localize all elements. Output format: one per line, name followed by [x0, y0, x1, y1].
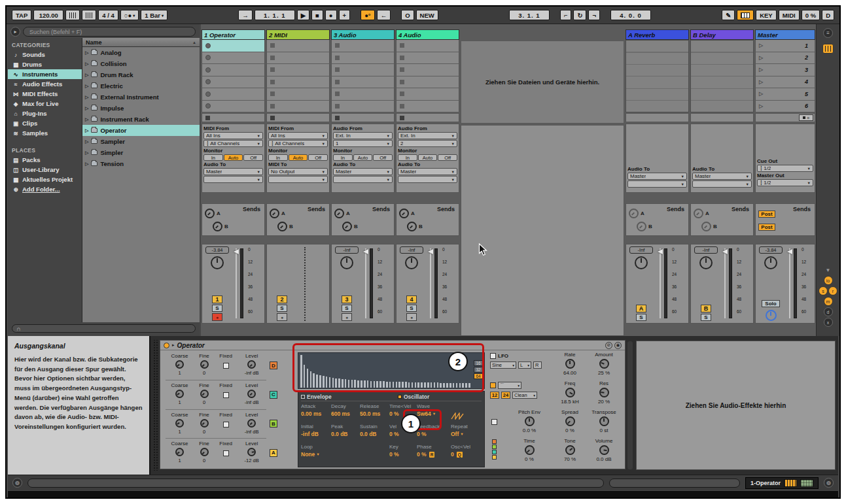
filter-slope-12-button[interactable]: 12	[490, 392, 499, 399]
freq-knob[interactable]	[565, 388, 575, 397]
clip-slot[interactable]	[266, 40, 330, 52]
filter-slope-24-button[interactable]: 24	[501, 392, 510, 399]
harmonics-zoom-16[interactable]: 16	[474, 360, 483, 366]
stop-all-clips-button[interactable]: ≡	[799, 114, 813, 121]
loop-length-display[interactable]: 4. 0. 0	[610, 10, 651, 20]
clip-slot[interactable]	[396, 52, 459, 65]
sidebar-item-drums[interactable]: ▦Drums	[8, 59, 82, 69]
browser-item-impulse[interactable]: ▷Impulse	[82, 103, 200, 114]
rate-knob[interactable]	[565, 359, 575, 369]
device-drag-handle[interactable]	[152, 340, 158, 471]
sidebar-item-aktuelles-projekt[interactable]: ▦Aktuelles Projekt	[8, 175, 82, 184]
clip-slot[interactable]	[331, 88, 395, 101]
sidebar-item-samples[interactable]: ≋Samples	[8, 128, 82, 138]
send-a-knob[interactable]	[205, 209, 215, 218]
oscillator-tab-d[interactable]: D	[270, 361, 277, 369]
peak-level-display[interactable]: -Inf	[629, 246, 653, 254]
browser-item-simpler[interactable]: ▷Simpler	[82, 147, 200, 158]
peak-level-display[interactable]: -Inf	[694, 246, 718, 254]
arm-button[interactable]: ●	[212, 313, 222, 321]
clip-slot[interactable]	[331, 101, 395, 113]
solo-cue-button[interactable]: Solo	[762, 300, 780, 307]
scene-slot[interactable]: ▷5	[755, 88, 815, 101]
overdub-plus-button[interactable]: +	[339, 10, 351, 20]
param-value[interactable]: Off▼	[451, 431, 482, 437]
browser-item-tension[interactable]: ▷Tension	[82, 158, 200, 169]
volume-fader[interactable]	[785, 247, 794, 321]
clip-slot[interactable]	[202, 101, 265, 113]
view-toggle-r[interactable]: r	[828, 286, 837, 295]
monitor-auto-button[interactable]: Auto	[289, 154, 308, 161]
track-activator-button[interactable]: A	[636, 305, 646, 312]
io-select[interactable]: ┇All Channels▼	[203, 140, 263, 147]
track-activator-button[interactable]: 3	[342, 295, 352, 303]
oscillator-tab-b[interactable]: B	[270, 420, 277, 428]
filter-menu[interactable]: ⌒▾	[498, 382, 521, 389]
monitor-auto-button[interactable]: Auto	[224, 154, 243, 161]
clip-slot[interactable]	[202, 40, 265, 52]
fine-knob[interactable]	[200, 360, 209, 369]
io-select[interactable]: ▼	[203, 176, 263, 183]
sidebar-item-user-library[interactable]: ◫User-Library	[8, 165, 82, 175]
pan-knob[interactable]	[635, 256, 648, 269]
browser-item-collision[interactable]: ▷Collision	[82, 58, 200, 69]
param-value[interactable]: 0.0 dB	[331, 431, 360, 437]
io-select[interactable]: All Ins▼	[268, 132, 328, 139]
fine-knob[interactable]	[200, 419, 209, 428]
io-select[interactable]: ▼	[627, 180, 687, 188]
scene-slot[interactable]: ▷4	[755, 76, 815, 89]
retrigger-button[interactable]: R	[429, 452, 435, 458]
track-activator-button[interactable]: 1	[212, 295, 222, 303]
io-select[interactable]: Ext. In▼	[398, 132, 457, 139]
level-knob[interactable]	[247, 448, 256, 456]
pitch-env-toggle[interactable]	[491, 419, 497, 425]
monitor-off-button[interactable]: Off	[308, 154, 328, 161]
arm-button[interactable]: ●	[406, 313, 417, 321]
scene-slot[interactable]: ▷3	[755, 64, 815, 76]
clip-slot[interactable]	[266, 101, 330, 113]
key-map-button[interactable]: KEY	[756, 10, 777, 20]
send-a-knob[interactable]	[399, 209, 409, 218]
peak-level-display[interactable]: -Inf	[400, 246, 423, 254]
param-value[interactable]: None▼	[301, 451, 331, 458]
scroll-down-icon[interactable]: ▼	[826, 267, 831, 273]
param-value[interactable]: 0 %R	[417, 451, 451, 458]
browser-item-operator[interactable]: ▷Operator	[82, 125, 200, 136]
browser-item-electric[interactable]: ▷Electric	[82, 80, 200, 92]
audio-effects-drop-area[interactable]: Ziehen Sie Audio-Effekte hierhin	[636, 341, 836, 470]
clip-slot[interactable]	[396, 88, 459, 101]
peak-level-display[interactable]: -3.84	[759, 246, 783, 254]
view-toggle-x[interactable]: x	[824, 318, 833, 327]
transpose-knob[interactable]	[599, 416, 609, 426]
param-value[interactable]: 0.0 dB	[360, 431, 389, 437]
solo-button[interactable]: S	[212, 305, 222, 312]
clip-slot[interactable]	[202, 52, 265, 65]
coarse-knob[interactable]	[175, 419, 184, 428]
envelope-header-tab[interactable]: Envelope	[301, 394, 332, 400]
metronome-button[interactable]: ○●▾	[120, 10, 139, 20]
param-value[interactable]: Sw64▼	[417, 411, 451, 417]
arrangement-position-display[interactable]: 1. 1. 1	[255, 10, 295, 20]
time-knob[interactable]	[525, 445, 535, 455]
clip-slot[interactable]	[331, 52, 395, 65]
send-b-knob[interactable]	[213, 222, 222, 231]
browser-fold-button[interactable]: ▸	[10, 27, 20, 37]
clip-slot[interactable]	[396, 64, 459, 76]
send-b-knob[interactable]	[701, 222, 711, 231]
volume-fader[interactable]	[656, 247, 664, 321]
menu-icon[interactable]: ≡	[823, 28, 833, 38]
sidebar-item-packs[interactable]: ▤Packs	[8, 155, 82, 165]
lfo-toggle[interactable]	[490, 353, 496, 359]
param-value[interactable]: 0 %	[417, 431, 451, 437]
fine-knob[interactable]	[200, 448, 209, 456]
coarse-knob[interactable]	[175, 360, 184, 369]
volume-fader[interactable]	[426, 247, 434, 321]
pan-knob[interactable]	[764, 256, 777, 269]
browser-list-header[interactable]: Name ▲	[82, 38, 200, 47]
lfo-range-select[interactable]: L▾	[518, 361, 531, 369]
io-select[interactable]: 2▼	[398, 140, 457, 147]
fixed-checkbox[interactable]	[223, 363, 229, 369]
automation-reenable-button[interactable]: O	[401, 10, 414, 20]
loop-start-display[interactable]: 3. 1. 1	[509, 10, 550, 20]
pan-knob[interactable]	[340, 256, 353, 269]
